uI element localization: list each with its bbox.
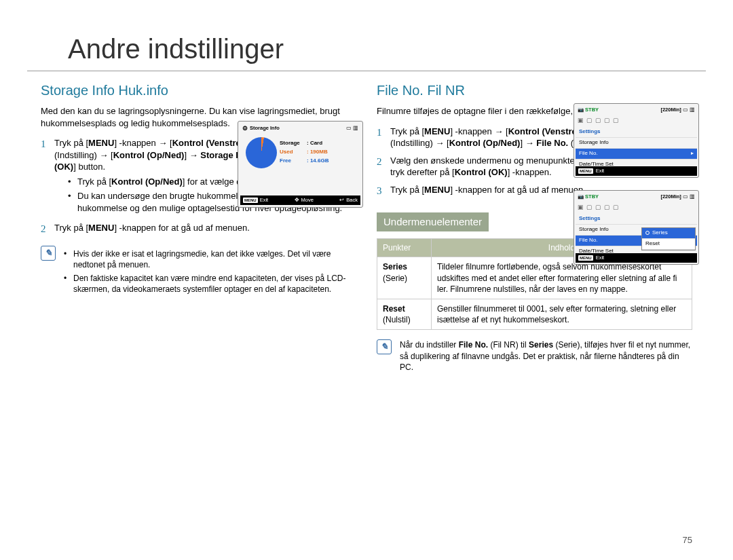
device-fileno-menu: 📷 STBY [220Min] ▭ ▥ ▣▢▢▢▢ Settings Stora…	[574, 103, 699, 178]
t: (Indstilling) → [	[54, 150, 113, 160]
t: Når du indstiller	[400, 340, 459, 350]
t: Tryk på [	[390, 126, 424, 136]
t: Exit	[260, 197, 269, 204]
step-num: 1	[41, 137, 54, 217]
move-icon: ✥	[295, 197, 299, 204]
k: Free	[280, 157, 303, 165]
t: Move	[301, 197, 314, 204]
tv-icon: ▢	[595, 203, 601, 211]
menu-item: Storage Info	[576, 138, 697, 149]
wb-icon: ▢	[604, 116, 610, 124]
card-icon: ▭	[683, 193, 688, 200]
th: Punkter	[377, 239, 432, 257]
step-num: 2	[377, 155, 390, 179]
back-icon: ↩	[339, 197, 344, 204]
menu-tag: MENU	[578, 255, 593, 261]
k: Storage	[280, 140, 303, 147]
card-icon: ▭	[683, 107, 688, 113]
t: ] -knappen → [	[450, 126, 508, 136]
t: (Serie)	[383, 274, 407, 283]
page-number: 75	[683, 534, 692, 546]
page-title: Andre indstillinger	[27, 0, 706, 71]
fileno-heading: File No. Fil NR	[377, 81, 692, 100]
popup: Series Reset	[641, 227, 696, 250]
t: MENU	[88, 138, 114, 148]
battery-icon: ▥	[690, 107, 695, 113]
av-icon: ▢	[586, 116, 593, 124]
video-icon: ▣	[578, 116, 584, 124]
v: : 14.6GB	[307, 157, 328, 165]
bullet: Den faktiske kapacitet kan være mindre e…	[64, 273, 356, 295]
device-storage-info: ⚙Storage Info ▭▥ Storage: Card Used: 190…	[238, 121, 363, 208]
t: Tryk på [	[54, 223, 88, 233]
t: MENU	[424, 126, 450, 136]
t: [220Min]	[660, 193, 681, 200]
stby: STBY	[585, 107, 599, 113]
v: : Card	[307, 140, 322, 147]
t: Exit	[596, 168, 605, 174]
t: File No.	[459, 340, 488, 350]
t: Exit	[596, 255, 605, 261]
t: Vælg den ønskede undermenu og menupunkte…	[390, 155, 601, 166]
v: : 190MB	[307, 149, 328, 156]
radio-icon	[645, 231, 650, 235]
t: Tryk på [	[54, 138, 88, 148]
mode-icon: ▢	[613, 203, 619, 211]
menu-tag: MENU	[578, 168, 593, 174]
t: Den faktiske kapacitet kan være mindre e…	[73, 273, 356, 295]
t: Kontrol (OK)	[455, 167, 508, 177]
dev-title: Storage Info	[250, 125, 280, 132]
note-icon: ✎	[377, 339, 392, 354]
t: ] -knappen for at gå ud af menuen.	[114, 223, 249, 233]
pie-chart-icon	[246, 137, 277, 168]
step-num: 1	[377, 126, 390, 149]
storage-heading: Storage Info Huk.info	[41, 81, 356, 100]
menu-item: File No.	[579, 150, 598, 157]
battery-icon: ▥	[353, 125, 358, 132]
device-fileno-popup: 📷 STBY [220Min] ▭ ▥ ▣▢▢▢▢ Settings Stora…	[574, 190, 699, 265]
t: Back	[346, 197, 358, 204]
av-icon: ▢	[586, 203, 593, 211]
card-icon: ▭	[346, 125, 352, 132]
left-note: ✎ Hvis der ikke er isat et lagringsmedie…	[41, 246, 356, 298]
tv-icon: ▢	[595, 116, 601, 124]
k: Used	[280, 149, 303, 156]
t: ] button.	[73, 162, 105, 172]
submenu-heading: Undermenuelementer	[377, 212, 489, 231]
menu-tag: MENU	[243, 198, 258, 203]
popup-item: Series	[652, 229, 668, 237]
left-step-2: 2 Tryk på [MENU] -knappen for at gå ud a…	[41, 222, 356, 236]
t: ] -knappen → [	[114, 138, 172, 148]
t: Kontrol (Op/Ned)	[449, 138, 521, 148]
t: Tryk på [	[77, 176, 111, 187]
mode-icon: ▢	[613, 116, 619, 124]
t: ] -knappen.	[508, 167, 552, 177]
bullet: Hvis der ikke er isat et lagringsmedie, …	[64, 248, 356, 270]
t: ] -knappen for at gå ud af menuen.	[450, 185, 585, 195]
note-icon: ✎	[41, 246, 56, 261]
t: Series	[529, 340, 553, 350]
gear-icon: ⚙	[242, 124, 248, 132]
step-num: 3	[377, 184, 390, 198]
menu-item: File No.	[579, 237, 598, 244]
table-row: Reset(Nulstil) Genstiller filnummeret ti…	[377, 299, 692, 329]
t: (Fil NR) til	[488, 340, 529, 350]
step-num: 2	[41, 222, 54, 236]
popup-item: Reset	[642, 239, 695, 250]
t: Series	[383, 262, 407, 272]
menu-settings: Settings	[576, 214, 697, 225]
left-column: Storage Info Huk.info Med den kan du se …	[41, 81, 356, 373]
camera-icon: 📷	[578, 193, 584, 200]
t: (Nulstil)	[383, 315, 411, 324]
menu-settings: Settings	[576, 127, 697, 138]
t: (Indstilling) → [	[390, 138, 449, 148]
stby: STBY	[585, 193, 599, 200]
t: Genstiller filnummeret til 0001, selv ef…	[432, 299, 692, 329]
camera-icon: 📷	[578, 107, 584, 113]
t: Kontrol (Op/Ned)	[113, 150, 185, 160]
t: MENU	[88, 223, 114, 233]
arrow-icon: ▸	[691, 150, 694, 157]
battery-icon: ▥	[690, 193, 695, 200]
wb-icon: ▢	[604, 203, 610, 211]
right-column: File No. Fil NR Filnumre tilføjes de opt…	[377, 81, 692, 373]
